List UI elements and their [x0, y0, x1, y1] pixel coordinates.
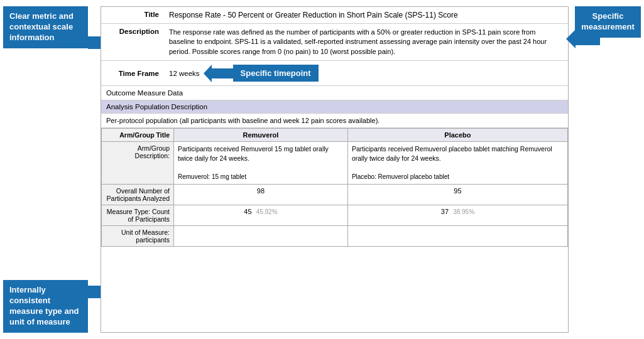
- timeframe-text: 12 weeks: [169, 70, 200, 77]
- specific-measurement-area: Specific measurement: [575, 6, 641, 39]
- main-container: Clear metric and contextual scale inform…: [0, 0, 644, 339]
- description-label: Description: [101, 24, 164, 60]
- timeframe-label: Time Frame: [101, 66, 164, 81]
- row-remuverol-1: 98: [174, 185, 348, 205]
- row-remuverol-0: Participants received Remuverol 15 mg ta…: [174, 142, 348, 185]
- description-row: Description The response rate was define…: [101, 24, 568, 61]
- row-placebo-1: 95: [347, 185, 567, 205]
- row-label-2: Measure Type: Count of Participants: [102, 205, 174, 226]
- row-label-1: Overall Number of Participants Analyzed: [102, 185, 174, 205]
- timepoint-box: Specific timepoint: [233, 65, 319, 82]
- row-placebo-2: 37 38.95%: [347, 205, 567, 226]
- col-header-1: Remuverol: [174, 129, 348, 142]
- timeframe-row: Time Frame 12 weeks Specific timepoint: [101, 61, 568, 86]
- right-annotations: Specific measurement: [569, 0, 644, 339]
- data-table: Arm/Group Title Remuverol Placebo Arm/Gr…: [101, 128, 568, 247]
- table-row: Overall Number of Participants Analyzed …: [102, 185, 568, 205]
- row-label-0: Arm/Group Description:: [102, 142, 174, 185]
- timeframe-value: 12 weeks Specific timepoint: [164, 61, 324, 85]
- table-header-row: Arm/Group Title Remuverol Placebo: [102, 129, 568, 142]
- table-row: Unit of Measure: participants: [102, 226, 568, 247]
- consistent-measure-annotation: Internally consistent measure type and u…: [3, 280, 88, 333]
- center-content: Title Response Rate - 50 Percent or Grea…: [101, 6, 569, 333]
- analysis-header: Analysis Population Description: [101, 100, 568, 114]
- row-remuverol-2: 45 45.92%: [174, 205, 348, 226]
- population-text: Per-protocol population (all participant…: [101, 114, 568, 128]
- timepoint-arrow: [211, 68, 233, 78]
- title-value: Response Rate - 50 Percent or Greater Re…: [164, 7, 568, 23]
- timepoint-indicator: Specific timepoint: [211, 65, 319, 82]
- row-remuverol-3: [174, 226, 348, 247]
- row-placebo-0: Participants received Remuverol placebo …: [347, 142, 567, 185]
- specific-measurement-arrow: [575, 33, 600, 45]
- col-header-0: Arm/Group Title: [102, 129, 174, 142]
- consistent-measure-label: Internally consistent measure type and u…: [9, 285, 79, 326]
- title-row: Title Response Rate - 50 Percent or Grea…: [101, 7, 568, 24]
- col-header-2: Placebo: [347, 129, 567, 142]
- row-label-3: Unit of Measure: participants: [102, 226, 174, 247]
- specific-measurement-label: Specific measurement: [581, 11, 635, 31]
- table-row: Arm/Group Description: Participants rece…: [102, 142, 568, 185]
- outcome-header: Outcome Measure Data: [101, 86, 568, 100]
- clear-metric-label: Clear metric and contextual scale inform…: [9, 11, 74, 42]
- title-label: Title: [101, 7, 164, 23]
- row-placebo-3: [347, 226, 567, 247]
- left-annotations: Clear metric and contextual scale inform…: [0, 0, 101, 339]
- table-row: Measure Type: Count of Participants 45 4…: [102, 205, 568, 226]
- description-value: The response rate was defined as the num…: [164, 24, 568, 60]
- clear-metric-annotation: Clear metric and contextual scale inform…: [3, 6, 88, 48]
